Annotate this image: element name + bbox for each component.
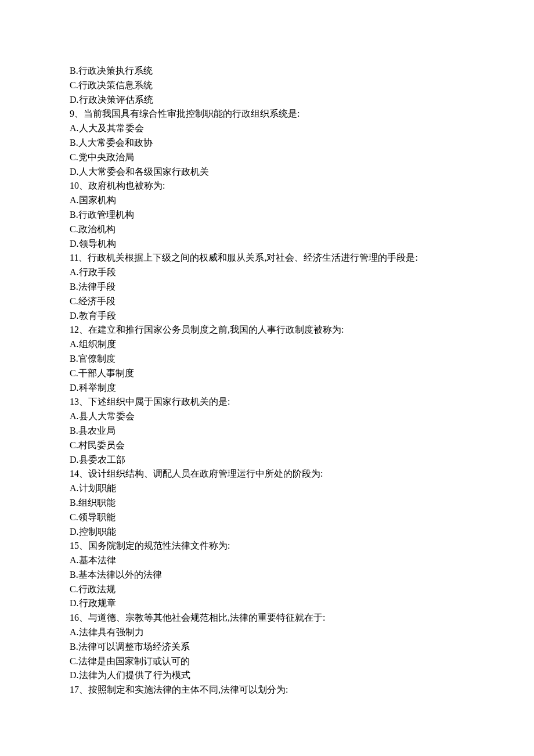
option-line: D.领导机构	[70, 237, 476, 251]
option-line: C.行政决策信息系统	[70, 78, 476, 93]
option-line: D.行政决策评估系统	[70, 93, 476, 107]
option-line: D.教育手段	[70, 309, 476, 323]
option-line: D.科举制度	[70, 381, 476, 395]
option-line: A.基本法律	[70, 553, 476, 568]
option-line: B.行政管理机构	[70, 208, 476, 222]
option-line: A.人大及其常委会	[70, 121, 476, 136]
option-line: C.行政法规	[70, 582, 476, 597]
option-line: D.控制职能	[70, 525, 476, 539]
question-line: 9、当前我国具有综合性审批控制职能的行政组织系统是:	[70, 107, 476, 121]
question-line: 11、行政机关根据上下级之间的权威和服从关系,对社会、经济生活进行管理的手段是:	[70, 251, 476, 265]
option-line: B.组织职能	[70, 496, 476, 510]
option-line: C.党中央政治局	[70, 150, 476, 165]
option-line: C.领导职能	[70, 510, 476, 525]
option-line: B.县农业局	[70, 424, 476, 438]
option-line: C.法律是由国家制订或认可的	[70, 654, 476, 669]
option-line: B.基本法律以外的法律	[70, 568, 476, 582]
question-line: 15、国务院制定的规范性法律文件称为:	[70, 539, 476, 553]
option-line: D.人大常委会和各级国家行政机关	[70, 165, 476, 179]
option-line: D.行政规章	[70, 596, 476, 611]
question-line: 16、与道德、宗教等其他社会规范相比,法律的重要特征就在于:	[70, 611, 476, 625]
question-line: 14、设计组织结构、调配人员在政府管理运行中所处的阶段为:	[70, 467, 476, 481]
option-line: A.行政手段	[70, 265, 476, 280]
question-line: 12、在建立和推行国家公务员制度之前,我国的人事行政制度被称为:	[70, 323, 476, 337]
option-line: B.法律手段	[70, 280, 476, 294]
option-line: A.计划职能	[70, 481, 476, 496]
option-line: D.县委农工部	[70, 453, 476, 467]
option-line: B.行政决策执行系统	[70, 64, 476, 78]
option-line: A.县人大常委会	[70, 409, 476, 424]
option-line: C.经济手段	[70, 294, 476, 309]
option-line: D.法律为人们提供了行为模式	[70, 668, 476, 683]
option-line: C.政治机构	[70, 222, 476, 237]
document-page: B.行政决策执行系统 C.行政决策信息系统 D.行政决策评估系统 9、当前我国具…	[0, 0, 476, 697]
option-line: B.法律可以调整市场经济关系	[70, 640, 476, 654]
option-line: B.官僚制度	[70, 352, 476, 366]
question-line: 17、按照制定和实施法律的主体不同,法律可以划分为:	[70, 683, 476, 697]
question-line: 10、政府机构也被称为:	[70, 179, 476, 193]
option-line: A.国家机构	[70, 193, 476, 208]
option-line: A.法律具有强制力	[70, 625, 476, 640]
option-line: C.村民委员会	[70, 438, 476, 453]
question-line: 13、下述组织中属于国家行政机关的是:	[70, 395, 476, 409]
option-line: A.组织制度	[70, 337, 476, 352]
option-line: C.干部人事制度	[70, 366, 476, 381]
option-line: B.人大常委会和政协	[70, 136, 476, 150]
